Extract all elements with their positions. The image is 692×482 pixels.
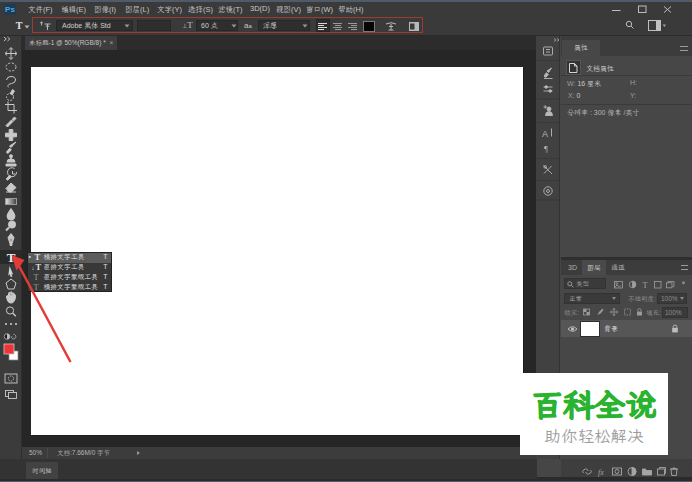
svg-text:fx: fx	[598, 468, 604, 477]
svg-text:A: A	[542, 129, 548, 139]
svg-text:T: T	[643, 280, 649, 289]
svg-text:¶: ¶	[544, 144, 548, 154]
